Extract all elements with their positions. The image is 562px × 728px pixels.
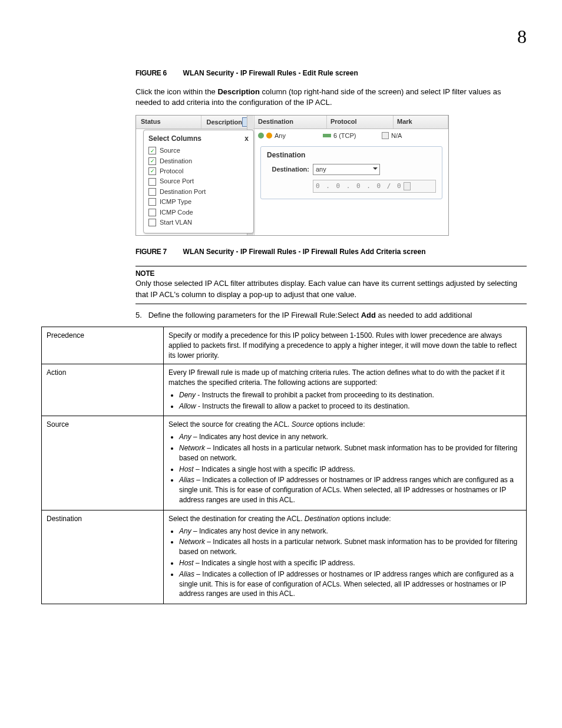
param-desc-action: Every IP firewall rule is made up of mat… bbox=[164, 364, 527, 416]
col-label: Source bbox=[160, 146, 180, 155]
col-option-source-port[interactable]: Source Port bbox=[148, 177, 249, 186]
table-row: Precedence Specify or modify a precedenc… bbox=[42, 327, 527, 364]
mark-box-icon bbox=[382, 132, 389, 139]
param-desc-destination: Select the destination for creating the … bbox=[164, 510, 527, 604]
figure6-label: FIGURE 6 bbox=[135, 69, 167, 77]
header-status[interactable]: Status bbox=[136, 116, 201, 129]
step-5: 5. Define the following parameters for t… bbox=[135, 310, 527, 321]
screenshot-right-pane: Destination Protocol Mark Any 6 (TCP) N/… bbox=[254, 116, 448, 235]
param-desc-precedence: Specify or modify a precedence for this … bbox=[164, 327, 527, 364]
col-option-protocol[interactable]: ✓Protocol bbox=[148, 167, 249, 176]
data-row[interactable]: Any 6 (TCP) N/A bbox=[254, 129, 448, 143]
divider bbox=[135, 304, 527, 304]
col-option-source[interactable]: ✓Source bbox=[148, 146, 249, 155]
term: Any bbox=[179, 433, 191, 441]
table-row: Action Every IP firewall rule is made up… bbox=[42, 364, 527, 416]
term-text: – Indicates all hosts in a particular ne… bbox=[179, 538, 517, 556]
checkbox-icon[interactable] bbox=[148, 178, 156, 186]
intro-part1: Click the icon within the bbox=[135, 87, 217, 96]
term: Host bbox=[179, 465, 194, 473]
checkbox-icon[interactable]: ✓ bbox=[148, 157, 156, 165]
header-mark[interactable]: Mark bbox=[394, 116, 448, 128]
param-name-precedence: Precedence bbox=[42, 327, 164, 364]
note-block: NOTE Only those selected IP ACL filter a… bbox=[135, 266, 527, 304]
figure7-label: FIGURE 7 bbox=[135, 248, 167, 256]
status-dot-icon bbox=[258, 133, 264, 139]
list-item: Alias – Indicates a collection of IP add… bbox=[179, 475, 521, 505]
term-text: - Instructs the firewall to allow a pack… bbox=[196, 402, 410, 410]
term: Network bbox=[179, 444, 205, 452]
list-item: Any – Indicates any host device in any n… bbox=[179, 526, 521, 536]
step-text2: as needed to add additional bbox=[376, 311, 472, 319]
destination-select[interactable]: any bbox=[313, 164, 380, 175]
term-text: – Indicates a collection of IP addresses… bbox=[179, 476, 514, 504]
desc-intro: Select the destination for creating the … bbox=[168, 515, 305, 523]
checkbox-icon[interactable]: ✓ bbox=[148, 167, 156, 175]
col-label: ICMP Type bbox=[160, 197, 191, 206]
ip-value: 0 . 0 . 0 . 0 / 0 bbox=[316, 182, 402, 190]
list-item: Network – Indicates all hosts in a parti… bbox=[179, 537, 521, 557]
destination-panel: Destination Destination: any 0 . 0 . 0 .… bbox=[260, 146, 442, 199]
term: Allow bbox=[179, 402, 196, 410]
term-text: – Indicates all hosts in a particular ne… bbox=[179, 444, 517, 462]
term-text: - Instructs the firewall to prohibit a p… bbox=[196, 391, 434, 399]
col-option-icmp-type[interactable]: ICMP Type bbox=[148, 197, 249, 206]
parameter-table: Precedence Specify or modify a precedenc… bbox=[41, 327, 527, 604]
checkbox-icon[interactable] bbox=[148, 219, 156, 226]
col-label: Destination Port bbox=[160, 187, 206, 196]
popup-close-icon[interactable]: x bbox=[244, 134, 249, 144]
select-columns-popup: Select Columns x ✓Source ✓Destination ✓P… bbox=[143, 130, 254, 233]
destination-field-label: Destination: bbox=[267, 165, 309, 174]
desc-intro: options include: bbox=[314, 420, 365, 429]
destination-panel-title: Destination bbox=[267, 150, 436, 160]
checkbox-icon[interactable] bbox=[148, 188, 156, 196]
step-number: 5. bbox=[135, 310, 146, 321]
col-option-destination-port[interactable]: Destination Port bbox=[148, 187, 249, 196]
header-description[interactable]: Description bbox=[201, 116, 254, 129]
embedded-screenshot: Status Description Select Columns x ✓Sou… bbox=[135, 115, 449, 236]
left-header-row: Status Description bbox=[136, 116, 254, 129]
ip-address-field[interactable]: 0 . 0 . 0 . 0 / 0 bbox=[313, 180, 436, 192]
cell-destination: Any bbox=[275, 131, 286, 140]
col-label: Protocol bbox=[160, 167, 183, 176]
figure6-caption: FIGURE 6 WLAN Security - IP Firewall Rul… bbox=[135, 68, 527, 78]
term-text: – Indicates a single host with a specifi… bbox=[194, 559, 355, 567]
desc-intro: options include: bbox=[340, 515, 391, 523]
header-protocol[interactable]: Protocol bbox=[327, 116, 394, 128]
divider bbox=[135, 266, 527, 266]
dropdown-icon[interactable] bbox=[404, 182, 411, 190]
figure7-title: WLAN Security - IP Firewall Rules - IP F… bbox=[183, 248, 426, 256]
checkbox-icon[interactable] bbox=[148, 209, 156, 216]
header-destination[interactable]: Destination bbox=[254, 116, 327, 128]
param-name-action: Action bbox=[42, 364, 164, 416]
list-item: Host – Indicates a single host with a sp… bbox=[179, 558, 521, 568]
intro-paragraph: Click the icon within the Description co… bbox=[135, 87, 527, 108]
param-desc-source: Select the source for creating the ACL. … bbox=[164, 416, 527, 510]
desc-list: Any – Indicates any host device in any n… bbox=[168, 432, 521, 505]
term-text: – Indicates any host device in any netwo… bbox=[191, 433, 328, 441]
intro-bold: Description bbox=[217, 87, 260, 96]
cell-protocol: 6 (TCP) bbox=[333, 131, 356, 140]
col-option-start-vlan[interactable]: Start VLAN bbox=[148, 218, 249, 227]
param-name-destination: Destination bbox=[42, 510, 164, 604]
checkbox-icon[interactable]: ✓ bbox=[148, 147, 156, 154]
arrow-icon bbox=[323, 134, 331, 137]
right-header-row: Destination Protocol Mark bbox=[254, 116, 448, 129]
status-dot-icon bbox=[266, 133, 272, 139]
note-label: NOTE bbox=[135, 269, 527, 279]
col-option-icmp-code[interactable]: ICMP Code bbox=[148, 208, 249, 217]
screenshot-left-pane: Status Description Select Columns x ✓Sou… bbox=[136, 116, 254, 235]
col-label: ICMP Code bbox=[160, 208, 193, 217]
term: Any bbox=[179, 527, 191, 535]
term: Alias bbox=[179, 476, 194, 484]
desc-intro-italic: Source bbox=[292, 420, 314, 429]
checkbox-icon[interactable] bbox=[148, 198, 156, 206]
table-row: Source Select the source for creating th… bbox=[42, 416, 527, 510]
figure6-title: WLAN Security - IP Firewall Rules - Edit… bbox=[183, 69, 358, 77]
term-text: – Indicates a single host with a specifi… bbox=[194, 465, 355, 473]
list-item: Any – Indicates any host device in any n… bbox=[179, 432, 521, 442]
term-text: – Indicates a collection of IP addresses… bbox=[179, 570, 514, 598]
col-option-destination[interactable]: ✓Destination bbox=[148, 157, 249, 166]
desc-list: Deny - Instructs the firewall to prohibi… bbox=[168, 390, 521, 411]
figure7-caption: FIGURE 7 WLAN Security - IP Firewall Rul… bbox=[135, 246, 527, 257]
